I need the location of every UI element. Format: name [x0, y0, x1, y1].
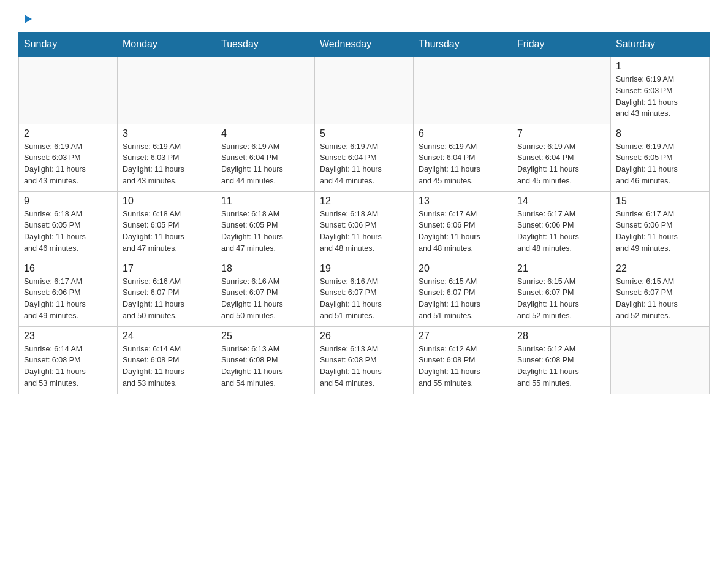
logo-triangle-icon	[20, 12, 33, 26]
calendar-cell: 1Sunrise: 6:19 AM Sunset: 6:03 PM Daylig…	[611, 56, 710, 124]
calendar-cell: 8Sunrise: 6:19 AM Sunset: 6:05 PM Daylig…	[611, 124, 710, 191]
calendar-cell	[19, 56, 118, 124]
day-info: Sunrise: 6:19 AM Sunset: 6:04 PM Dayligh…	[221, 141, 309, 187]
calendar-header-wednesday: Wednesday	[315, 33, 414, 57]
calendar-cell: 26Sunrise: 6:13 AM Sunset: 6:08 PM Dayli…	[315, 326, 414, 394]
calendar-cell: 9Sunrise: 6:18 AM Sunset: 6:05 PM Daylig…	[19, 191, 118, 259]
day-number: 26	[320, 331, 408, 342]
day-info: Sunrise: 6:19 AM Sunset: 6:04 PM Dayligh…	[320, 141, 408, 187]
calendar-week-row: 9Sunrise: 6:18 AM Sunset: 6:05 PM Daylig…	[19, 191, 710, 259]
day-info: Sunrise: 6:15 AM Sunset: 6:07 PM Dayligh…	[517, 276, 605, 322]
calendar-cell: 3Sunrise: 6:19 AM Sunset: 6:03 PM Daylig…	[118, 124, 216, 191]
svg-marker-0	[25, 15, 32, 23]
calendar-week-row: 2Sunrise: 6:19 AM Sunset: 6:03 PM Daylig…	[19, 124, 710, 191]
day-info: Sunrise: 6:19 AM Sunset: 6:03 PM Dayligh…	[24, 141, 112, 187]
day-info: Sunrise: 6:18 AM Sunset: 6:05 PM Dayligh…	[123, 209, 211, 255]
day-info: Sunrise: 6:14 AM Sunset: 6:08 PM Dayligh…	[24, 343, 112, 389]
calendar-cell: 24Sunrise: 6:14 AM Sunset: 6:08 PM Dayli…	[118, 326, 216, 394]
day-number: 9	[24, 196, 112, 207]
day-number: 3	[123, 128, 211, 139]
day-number: 1	[616, 61, 704, 72]
calendar-cell: 17Sunrise: 6:16 AM Sunset: 6:07 PM Dayli…	[118, 259, 216, 326]
day-info: Sunrise: 6:19 AM Sunset: 6:03 PM Dayligh…	[616, 74, 704, 120]
day-info: Sunrise: 6:13 AM Sunset: 6:08 PM Dayligh…	[221, 343, 309, 389]
calendar-cell: 11Sunrise: 6:18 AM Sunset: 6:05 PM Dayli…	[216, 191, 315, 259]
page-header	[18, 12, 710, 26]
day-info: Sunrise: 6:16 AM Sunset: 6:07 PM Dayligh…	[221, 276, 309, 322]
calendar-cell: 6Sunrise: 6:19 AM Sunset: 6:04 PM Daylig…	[414, 124, 512, 191]
calendar-week-row: 23Sunrise: 6:14 AM Sunset: 6:08 PM Dayli…	[19, 326, 710, 394]
day-number: 10	[123, 196, 211, 207]
calendar-cell: 18Sunrise: 6:16 AM Sunset: 6:07 PM Dayli…	[216, 259, 315, 326]
day-number: 8	[616, 128, 704, 139]
day-info: Sunrise: 6:19 AM Sunset: 6:04 PM Dayligh…	[517, 141, 605, 187]
calendar-header-row: SundayMondayTuesdayWednesdayThursdayFrid…	[19, 33, 710, 57]
day-number: 17	[123, 263, 211, 274]
day-number: 4	[221, 128, 309, 139]
day-info: Sunrise: 6:13 AM Sunset: 6:08 PM Dayligh…	[320, 343, 408, 389]
day-info: Sunrise: 6:15 AM Sunset: 6:07 PM Dayligh…	[419, 276, 507, 322]
day-info: Sunrise: 6:17 AM Sunset: 6:06 PM Dayligh…	[616, 209, 704, 255]
day-info: Sunrise: 6:12 AM Sunset: 6:08 PM Dayligh…	[419, 343, 507, 389]
day-number: 20	[419, 263, 507, 274]
day-number: 19	[320, 263, 408, 274]
calendar-table: SundayMondayTuesdayWednesdayThursdayFrid…	[18, 32, 710, 394]
day-number: 27	[419, 331, 507, 342]
calendar-header-thursday: Thursday	[414, 33, 512, 57]
day-info: Sunrise: 6:19 AM Sunset: 6:05 PM Dayligh…	[616, 141, 704, 187]
calendar-cell: 19Sunrise: 6:16 AM Sunset: 6:07 PM Dayli…	[315, 259, 414, 326]
day-number: 2	[24, 128, 112, 139]
calendar-header-monday: Monday	[118, 33, 216, 57]
calendar-header-tuesday: Tuesday	[216, 33, 315, 57]
day-info: Sunrise: 6:17 AM Sunset: 6:06 PM Dayligh…	[517, 209, 605, 255]
day-number: 7	[517, 128, 605, 139]
calendar-week-row: 16Sunrise: 6:17 AM Sunset: 6:06 PM Dayli…	[19, 259, 710, 326]
calendar-cell	[414, 56, 512, 124]
day-number: 5	[320, 128, 408, 139]
day-number: 14	[517, 196, 605, 207]
day-number: 16	[24, 263, 112, 274]
calendar-cell: 21Sunrise: 6:15 AM Sunset: 6:07 PM Dayli…	[512, 259, 611, 326]
day-info: Sunrise: 6:16 AM Sunset: 6:07 PM Dayligh…	[123, 276, 211, 322]
calendar-cell: 27Sunrise: 6:12 AM Sunset: 6:08 PM Dayli…	[414, 326, 512, 394]
day-info: Sunrise: 6:18 AM Sunset: 6:05 PM Dayligh…	[221, 209, 309, 255]
day-info: Sunrise: 6:15 AM Sunset: 6:07 PM Dayligh…	[616, 276, 704, 322]
calendar-cell: 4Sunrise: 6:19 AM Sunset: 6:04 PM Daylig…	[216, 124, 315, 191]
calendar-cell: 25Sunrise: 6:13 AM Sunset: 6:08 PM Dayli…	[216, 326, 315, 394]
day-number: 21	[517, 263, 605, 274]
day-number: 18	[221, 263, 309, 274]
day-info: Sunrise: 6:16 AM Sunset: 6:07 PM Dayligh…	[320, 276, 408, 322]
day-number: 23	[24, 331, 112, 342]
calendar-cell: 13Sunrise: 6:17 AM Sunset: 6:06 PM Dayli…	[414, 191, 512, 259]
day-info: Sunrise: 6:19 AM Sunset: 6:04 PM Dayligh…	[419, 141, 507, 187]
calendar-cell: 15Sunrise: 6:17 AM Sunset: 6:06 PM Dayli…	[611, 191, 710, 259]
day-info: Sunrise: 6:18 AM Sunset: 6:05 PM Dayligh…	[24, 209, 112, 255]
day-number: 25	[221, 331, 309, 342]
calendar-cell	[512, 56, 611, 124]
calendar-cell: 22Sunrise: 6:15 AM Sunset: 6:07 PM Dayli…	[611, 259, 710, 326]
day-info: Sunrise: 6:12 AM Sunset: 6:08 PM Dayligh…	[517, 343, 605, 389]
calendar-cell: 7Sunrise: 6:19 AM Sunset: 6:04 PM Daylig…	[512, 124, 611, 191]
day-number: 15	[616, 196, 704, 207]
day-info: Sunrise: 6:19 AM Sunset: 6:03 PM Dayligh…	[123, 141, 211, 187]
calendar-cell: 14Sunrise: 6:17 AM Sunset: 6:06 PM Dayli…	[512, 191, 611, 259]
day-number: 22	[616, 263, 704, 274]
calendar-cell: 2Sunrise: 6:19 AM Sunset: 6:03 PM Daylig…	[19, 124, 118, 191]
calendar-cell	[216, 56, 315, 124]
day-info: Sunrise: 6:17 AM Sunset: 6:06 PM Dayligh…	[24, 276, 112, 322]
calendar-cell: 5Sunrise: 6:19 AM Sunset: 6:04 PM Daylig…	[315, 124, 414, 191]
day-info: Sunrise: 6:17 AM Sunset: 6:06 PM Dayligh…	[419, 209, 507, 255]
day-info: Sunrise: 6:18 AM Sunset: 6:06 PM Dayligh…	[320, 209, 408, 255]
day-number: 28	[517, 331, 605, 342]
day-number: 24	[123, 331, 211, 342]
day-number: 11	[221, 196, 309, 207]
calendar-week-row: 1Sunrise: 6:19 AM Sunset: 6:03 PM Daylig…	[19, 56, 710, 124]
calendar-cell	[315, 56, 414, 124]
day-info: Sunrise: 6:14 AM Sunset: 6:08 PM Dayligh…	[123, 343, 211, 389]
day-number: 12	[320, 196, 408, 207]
calendar-cell: 16Sunrise: 6:17 AM Sunset: 6:06 PM Dayli…	[19, 259, 118, 326]
calendar-header-friday: Friday	[512, 33, 611, 57]
calendar-cell: 28Sunrise: 6:12 AM Sunset: 6:08 PM Dayli…	[512, 326, 611, 394]
day-number: 6	[419, 128, 507, 139]
calendar-cell: 23Sunrise: 6:14 AM Sunset: 6:08 PM Dayli…	[19, 326, 118, 394]
